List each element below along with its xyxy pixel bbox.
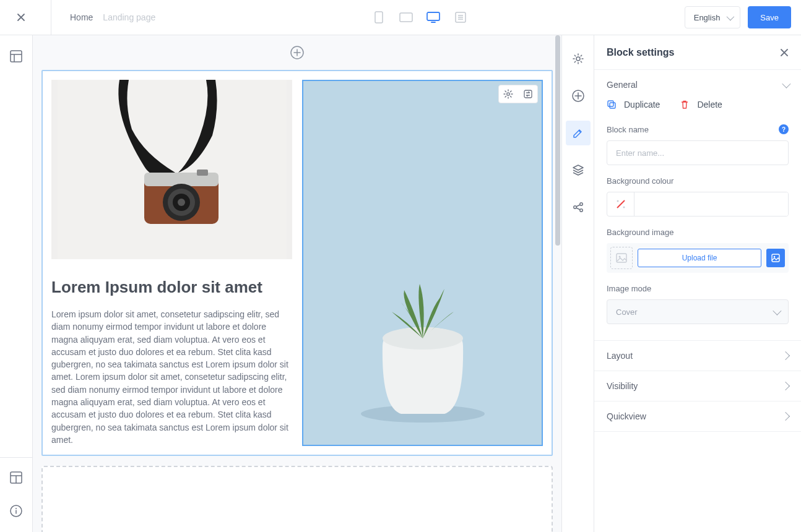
device-list-button[interactable] bbox=[451, 9, 470, 26]
svg-point-34 bbox=[774, 256, 776, 258]
device-tablet-button[interactable] bbox=[396, 9, 416, 26]
close-editor-button[interactable] bbox=[10, 6, 32, 28]
svg-rect-31 bbox=[617, 254, 626, 262]
divider bbox=[51, 0, 51, 35]
svg-rect-9 bbox=[58, 80, 287, 259]
info-button[interactable] bbox=[5, 500, 27, 522]
chevron-right-icon bbox=[781, 382, 790, 390]
svg-point-22 bbox=[576, 57, 580, 61]
section-quickview-header[interactable]: Quickview bbox=[594, 401, 801, 431]
upload-file-button[interactable]: Upload file bbox=[638, 249, 761, 267]
breadcrumb-page: Landing page bbox=[103, 12, 155, 22]
settings-tab[interactable] bbox=[566, 46, 591, 71]
svg-point-32 bbox=[619, 256, 621, 258]
add-tab[interactable] bbox=[566, 84, 591, 108]
panel-title: Block settings bbox=[607, 47, 674, 58]
no-color-icon[interactable] bbox=[607, 192, 634, 216]
duplicate-icon bbox=[607, 100, 617, 109]
svg-rect-18 bbox=[524, 90, 532, 98]
section-layout-title: Layout bbox=[607, 351, 633, 361]
image-toolbar bbox=[498, 85, 538, 103]
color-value[interactable] bbox=[634, 192, 788, 216]
breadcrumb: Home Landing page bbox=[70, 12, 155, 22]
delete-label: Delete bbox=[697, 100, 722, 109]
add-block-button[interactable] bbox=[288, 44, 306, 61]
svg-point-24 bbox=[573, 206, 576, 208]
panel-close-button[interactable] bbox=[780, 48, 789, 57]
svg-point-7 bbox=[15, 508, 17, 509]
image-mode-select[interactable]: Cover bbox=[607, 299, 789, 324]
section-quickview-title: Quickview bbox=[607, 411, 646, 421]
svg-point-30 bbox=[623, 207, 625, 208]
bg-image-thumb[interactable] bbox=[610, 247, 633, 269]
duplicate-button[interactable]: Duplicate bbox=[607, 100, 660, 109]
device-mobile-button[interactable] bbox=[369, 9, 389, 26]
svg-rect-1 bbox=[400, 13, 412, 22]
language-value: English bbox=[694, 13, 721, 22]
section-layout-header[interactable]: Layout bbox=[594, 341, 801, 371]
svg-point-26 bbox=[579, 209, 582, 212]
section-visibility-header[interactable]: Visibility bbox=[594, 371, 801, 401]
svg-point-15 bbox=[178, 199, 185, 206]
image-left[interactable] bbox=[51, 80, 292, 259]
svg-point-25 bbox=[579, 203, 582, 205]
layout-button[interactable] bbox=[5, 45, 27, 67]
svg-rect-27 bbox=[608, 101, 613, 106]
image-settings-button[interactable] bbox=[499, 85, 517, 103]
chevron-right-icon bbox=[781, 412, 790, 421]
block-name-label: Block name bbox=[607, 125, 649, 134]
block-body-text[interactable]: Lorem ipsum dolor sit amet, consetetur s… bbox=[51, 308, 292, 446]
block-heading[interactable]: Lorem Ipsum dolor sit amet bbox=[51, 278, 292, 297]
bg-color-picker[interactable] bbox=[607, 192, 789, 217]
image-mode-value: Cover bbox=[616, 307, 638, 317]
edit-tab[interactable] bbox=[566, 121, 591, 145]
chevron-down-icon bbox=[782, 80, 790, 88]
image-library-button[interactable] bbox=[766, 249, 785, 267]
block-name-input[interactable] bbox=[607, 140, 789, 165]
divider bbox=[0, 457, 32, 458]
svg-rect-4 bbox=[11, 51, 22, 62]
save-button[interactable]: Save bbox=[748, 6, 791, 28]
svg-rect-0 bbox=[375, 12, 383, 23]
chevron-down-icon bbox=[773, 307, 781, 315]
svg-rect-2 bbox=[427, 12, 439, 20]
section-general-header[interactable]: General bbox=[594, 70, 801, 100]
device-desktop-button[interactable] bbox=[423, 9, 443, 26]
svg-point-29 bbox=[617, 200, 618, 202]
breadcrumb-home[interactable]: Home bbox=[70, 12, 93, 22]
svg-rect-16 bbox=[197, 169, 208, 176]
bg-color-label: Background colour bbox=[607, 176, 673, 186]
help-icon[interactable]: ? bbox=[779, 124, 789, 134]
empty-block-placeholder[interactable] bbox=[41, 466, 553, 532]
delete-button[interactable]: Delete bbox=[680, 100, 722, 109]
duplicate-label: Duplicate bbox=[624, 100, 660, 109]
section-visibility-title: Visibility bbox=[607, 381, 638, 391]
share-tab[interactable] bbox=[566, 195, 591, 220]
trash-icon bbox=[680, 100, 690, 109]
template-button[interactable] bbox=[5, 466, 27, 489]
image-mode-label: Image mode bbox=[607, 284, 651, 293]
image-right-selected[interactable] bbox=[302, 80, 543, 446]
content-block[interactable]: Lorem Ipsum dolor sit amet Lorem ipsum d… bbox=[41, 70, 553, 456]
layers-tab[interactable] bbox=[566, 158, 591, 182]
bg-image-label: Background image bbox=[607, 228, 673, 237]
svg-point-17 bbox=[507, 93, 509, 95]
canvas-scrollbar[interactable] bbox=[555, 35, 560, 246]
image-swap-button[interactable] bbox=[519, 85, 537, 103]
section-general-title: General bbox=[607, 80, 638, 90]
chevron-right-icon bbox=[781, 351, 790, 360]
svg-rect-28 bbox=[610, 103, 615, 108]
language-select[interactable]: English bbox=[685, 6, 741, 28]
